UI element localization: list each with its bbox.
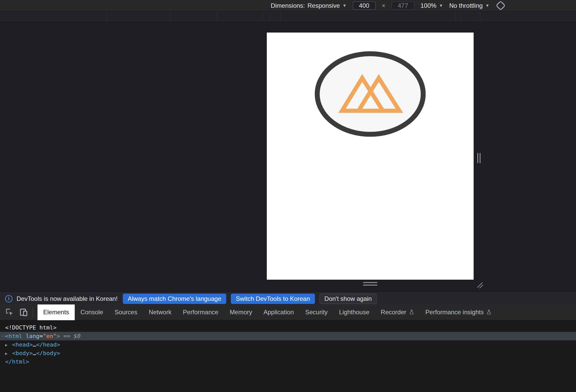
dom-tree-node[interactable]: <!DOCTYPE html> <box>0 323 576 332</box>
tab-label: Memory <box>230 309 252 316</box>
dom-tree-node[interactable]: ··<html lang="en"> == $0 <box>0 332 576 340</box>
height-input[interactable] <box>392 2 414 10</box>
mountain-logo-icon <box>313 51 427 138</box>
width-resize-handle[interactable] <box>477 153 481 163</box>
tab-label: Performance insights <box>426 309 484 316</box>
code-token: == <box>63 333 70 339</box>
tab-performance-insights[interactable]: Performance insights <box>420 304 497 320</box>
handle-bar <box>480 153 481 163</box>
device-canvas-edge <box>484 21 484 290</box>
device-toolbar: Dimensions: Responsive ▼ × 100% ▼ No thr… <box>0 0 576 11</box>
tab-label: Lighthouse <box>339 309 369 316</box>
selection-dots: ·· <box>1 332 6 340</box>
toolbar-divider <box>33 308 33 317</box>
inspect-element-icon[interactable] <box>5 308 14 317</box>
rotate-device-icon[interactable] <box>496 1 505 10</box>
code-token: <html <box>5 333 22 339</box>
notification-button-always-match-chrome-s-language[interactable]: Always match Chrome's language <box>123 294 226 304</box>
tab-security[interactable]: Security <box>300 304 334 320</box>
code-token: </head> <box>36 341 60 348</box>
notification-message: DevTools is now available in Korean! <box>17 295 118 302</box>
ruler-tick <box>106 12 107 21</box>
notification-actions: Always match Chrome's languageSwitch Dev… <box>123 294 377 304</box>
chevron-down-icon: ▼ <box>485 3 489 8</box>
ruler-tick <box>280 12 281 21</box>
ruler-tick <box>270 12 270 21</box>
code-token: <head> <box>12 341 33 348</box>
tab-label: Performance <box>183 309 218 316</box>
tab-label: Application <box>263 309 294 316</box>
dimensions-value: Responsive <box>307 2 340 9</box>
experiment-icon <box>486 309 491 315</box>
ruler-tick <box>460 12 461 21</box>
tab-label: Elements <box>43 309 69 316</box>
tab-label: Recorder <box>381 309 406 316</box>
dimensions-select[interactable]: Dimensions: Responsive ▼ <box>271 2 346 9</box>
handle-bar <box>363 285 377 286</box>
notification-button-switch-devtools-to-korean[interactable]: Switch DevTools to Korean <box>231 294 315 304</box>
code-token <box>70 333 74 339</box>
tab-sources[interactable]: Sources <box>109 304 143 320</box>
tab-performance[interactable]: Performance <box>177 304 224 320</box>
tab-elements[interactable]: Elements <box>37 304 75 320</box>
code-token: </body> <box>36 350 60 356</box>
ruler-tick <box>170 12 170 21</box>
code-token: <body> <box>12 350 33 356</box>
dom-tree: <!DOCTYPE html>··<html lang="en"> == $0▶… <box>0 323 576 366</box>
code-token: <!DOCTYPE html> <box>5 324 57 331</box>
ruler-bar <box>0 12 576 21</box>
height-resize-handle[interactable] <box>363 282 377 286</box>
notification-bar: i DevTools is now available in Korean! A… <box>0 293 576 304</box>
tab-label: Security <box>305 309 328 316</box>
elements-panel: <!DOCTYPE html>··<html lang="en"> == $0▶… <box>0 320 576 392</box>
code-token <box>22 333 26 339</box>
ruler-tick <box>480 12 480 21</box>
tab-recorder[interactable]: Recorder <box>375 304 420 320</box>
tab-lighthouse[interactable]: Lighthouse <box>333 304 375 320</box>
info-icon: i <box>5 295 12 302</box>
handle-bar <box>363 282 377 283</box>
ruler-tick <box>456 12 456 21</box>
tab-memory[interactable]: Memory <box>224 304 258 320</box>
tab-label: Network <box>149 309 171 316</box>
device-toolbar-toggle-icon[interactable] <box>19 308 28 317</box>
notification-button-don-t-show-again[interactable]: Don't show again <box>320 294 377 304</box>
code-token: </html> <box>5 358 29 365</box>
throttling-select[interactable]: No throttling ▼ <box>449 2 489 9</box>
experiment-icon <box>409 309 414 315</box>
dimensions-separator: × <box>382 2 385 9</box>
code-token <box>60 333 63 339</box>
expand-arrow-icon[interactable]: ▶ <box>5 341 12 349</box>
code-token: … <box>33 350 36 356</box>
code-token: lang <box>26 333 39 339</box>
device-canvas <box>0 21 576 293</box>
handle-bar <box>477 153 478 163</box>
device-viewport[interactable] <box>267 33 474 280</box>
ruler-tick <box>217 12 217 21</box>
tab-strip: ElementsConsoleSourcesNetworkPerformance… <box>37 304 497 320</box>
width-input[interactable] <box>353 2 376 10</box>
code-token: > <box>57 333 60 339</box>
tab-network[interactable]: Network <box>143 304 177 320</box>
expand-arrow-icon[interactable]: ▶ <box>5 349 12 358</box>
tab-application[interactable]: Application <box>258 304 299 320</box>
chevron-down-icon: ▼ <box>439 3 443 8</box>
code-token: … <box>33 341 36 348</box>
dom-tree-node[interactable]: ▶<head>…</head> <box>0 340 576 349</box>
code-token: "en" <box>43 333 57 339</box>
tab-label: Sources <box>115 309 137 316</box>
throttling-value: No throttling <box>449 2 483 9</box>
devtools-tab-bar: ElementsConsoleSourcesNetworkPerformance… <box>0 304 576 320</box>
tab-console[interactable]: Console <box>75 304 109 320</box>
ruler-tick <box>262 12 263 21</box>
code-token: $0 <box>74 333 81 339</box>
dimensions-label: Dimensions: <box>271 2 305 9</box>
corner-resize-handle[interactable] <box>476 281 484 289</box>
code-token: = <box>39 333 43 339</box>
zoom-value: 100% <box>421 2 436 9</box>
zoom-select[interactable]: 100% ▼ <box>421 2 443 9</box>
tab-label: Console <box>80 309 103 316</box>
dom-tree-node[interactable]: ▶<body>…</body> <box>0 349 576 357</box>
dom-tree-node[interactable]: </html> <box>0 357 576 366</box>
chevron-down-icon: ▼ <box>343 3 347 8</box>
